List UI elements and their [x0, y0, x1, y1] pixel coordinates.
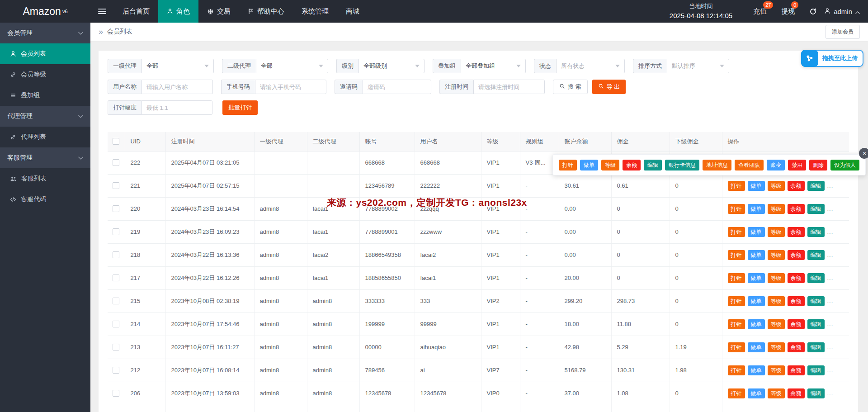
sidebar-item-agent-list[interactable]: 代理列表: [0, 127, 90, 147]
level-button[interactable]: 等级: [768, 273, 785, 283]
level-button[interactable]: 等级: [768, 204, 785, 214]
nav-item-mall[interactable]: 商城: [337, 0, 368, 23]
inject-button[interactable]: 打针: [728, 204, 745, 214]
more-actions[interactable]: ...: [827, 228, 834, 235]
level-button[interactable]: 等级: [768, 342, 785, 352]
balance-button[interactable]: 余额: [788, 250, 805, 260]
sidebar-item-overlay-group[interactable]: 叠加组: [0, 85, 90, 106]
sidebar-item-member-list[interactable]: 会员列表: [0, 43, 90, 64]
more-actions[interactable]: ...: [827, 321, 834, 327]
filter-select-level[interactable]: 全部级别: [359, 59, 425, 73]
balance-button[interactable]: 余额: [788, 365, 805, 375]
popup-delete-button[interactable]: 删除: [809, 160, 827, 170]
more-actions[interactable]: ...: [827, 205, 834, 212]
inject-button[interactable]: 打针: [728, 388, 745, 398]
level-button[interactable]: 等级: [768, 181, 785, 191]
inject-button[interactable]: 打针: [728, 296, 745, 306]
balance-button[interactable]: 余额: [788, 296, 805, 306]
filter-select-agent1[interactable]: 全部: [142, 59, 214, 73]
order-button[interactable]: 做单: [748, 342, 765, 352]
balance-button[interactable]: 余额: [788, 204, 805, 214]
filter-select-status[interactable]: 所有状态: [556, 59, 625, 73]
inject-button[interactable]: 打针: [728, 227, 745, 237]
inject-button[interactable]: 打针: [728, 181, 745, 191]
filter-select-overlay-group[interactable]: 全部叠加组: [461, 59, 526, 73]
edit-button[interactable]: 编辑: [807, 204, 825, 214]
edit-button[interactable]: 编辑: [807, 342, 825, 352]
level-button[interactable]: 等级: [768, 319, 785, 329]
nav-item-dashboard[interactable]: 后台首页: [114, 0, 158, 23]
balance-button[interactable]: 余额: [788, 388, 805, 398]
withdraw-link[interactable]: 提现 0: [781, 7, 795, 16]
batch-inject-button[interactable]: 批量打针: [222, 100, 258, 115]
close-icon[interactable]: ✕: [859, 148, 868, 159]
row-checkbox[interactable]: [113, 321, 119, 327]
row-checkbox[interactable]: [113, 159, 119, 166]
order-button[interactable]: 做单: [748, 273, 765, 283]
phone-input[interactable]: [255, 80, 326, 94]
popup-account-change-button[interactable]: 账变: [767, 160, 785, 170]
order-button[interactable]: 做单: [748, 204, 765, 214]
balance-button[interactable]: 余额: [788, 181, 805, 191]
edit-button[interactable]: 编辑: [807, 388, 825, 398]
popup-level-button[interactable]: 等级: [601, 160, 619, 170]
balance-button[interactable]: 余额: [788, 273, 805, 283]
sidebar-group-member-management[interactable]: 会员管理: [0, 23, 90, 43]
popup-edit-button[interactable]: 编辑: [644, 160, 662, 170]
more-actions[interactable]: ...: [827, 275, 834, 281]
row-checkbox[interactable]: [113, 298, 119, 304]
row-checkbox[interactable]: [113, 251, 119, 258]
popup-disable-button[interactable]: 禁用: [788, 160, 806, 170]
more-actions[interactable]: ...: [827, 390, 834, 397]
sidebar-item-member-level[interactable]: 会员等级: [0, 64, 90, 85]
sidebar-item-service-list[interactable]: 客服列表: [0, 168, 90, 189]
popup-set-fake-button[interactable]: 设为假人: [830, 160, 859, 170]
more-actions[interactable]: ...: [827, 182, 834, 189]
username-input[interactable]: [142, 80, 213, 94]
inject-button[interactable]: 打针: [728, 342, 745, 352]
level-button[interactable]: 等级: [768, 227, 785, 237]
recharge-link[interactable]: 充值 27: [753, 7, 767, 16]
hamburger-icon[interactable]: [90, 0, 114, 23]
row-checkbox[interactable]: [113, 205, 119, 212]
filter-select-sort[interactable]: 默认排序: [667, 59, 729, 73]
edit-button[interactable]: 编辑: [807, 296, 825, 306]
order-button[interactable]: 做单: [748, 227, 765, 237]
level-button[interactable]: 等级: [768, 296, 785, 306]
inject-range-input[interactable]: [142, 100, 212, 115]
popup-address-info-button[interactable]: 地址信息: [703, 160, 731, 170]
row-checkbox[interactable]: [113, 182, 119, 189]
balance-button[interactable]: 余额: [788, 227, 805, 237]
sidebar-group-service-management[interactable]: 客服管理: [0, 147, 90, 168]
order-button[interactable]: 做单: [748, 365, 765, 375]
upload-dropzone[interactable]: 拖拽至此上传: [801, 50, 863, 67]
inject-button[interactable]: 打针: [728, 250, 745, 260]
order-button[interactable]: 做单: [748, 250, 765, 260]
balance-button[interactable]: 余额: [788, 319, 805, 329]
row-checkbox[interactable]: [113, 390, 119, 397]
invite-code-input[interactable]: [363, 80, 431, 94]
popup-order-button[interactable]: 做单: [580, 160, 598, 170]
row-checkbox[interactable]: [113, 344, 119, 350]
popup-balance-button[interactable]: 余额: [623, 160, 641, 170]
user-menu[interactable]: admin: [824, 8, 860, 15]
more-actions[interactable]: ...: [827, 298, 834, 304]
export-button[interactable]: 导 出: [592, 80, 626, 94]
more-actions[interactable]: ...: [827, 251, 834, 258]
select-all-checkbox[interactable]: [113, 138, 119, 145]
row-checkbox[interactable]: [113, 275, 119, 281]
nav-item-help-center[interactable]: 帮助中心: [239, 0, 293, 23]
level-button[interactable]: 等级: [768, 365, 785, 375]
inject-button[interactable]: 打针: [728, 273, 745, 283]
edit-button[interactable]: 编辑: [807, 181, 825, 191]
edit-button[interactable]: 编辑: [807, 319, 825, 329]
level-button[interactable]: 等级: [768, 250, 785, 260]
popup-bank-info-button[interactable]: 银行卡信息: [665, 160, 699, 170]
popup-view-team-button[interactable]: 查看团队: [735, 160, 764, 170]
popup-inject-button[interactable]: 打针: [559, 160, 577, 170]
edit-button[interactable]: 编辑: [807, 227, 825, 237]
order-button[interactable]: 做单: [748, 296, 765, 306]
order-button[interactable]: 做单: [748, 388, 765, 398]
nav-item-roles[interactable]: 角色: [158, 0, 198, 23]
more-actions[interactable]: ...: [827, 344, 834, 350]
